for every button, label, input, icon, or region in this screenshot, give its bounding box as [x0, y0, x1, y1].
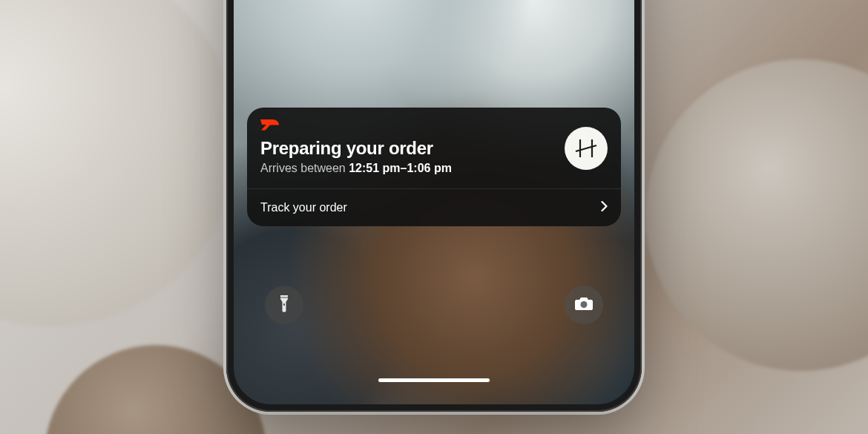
camera-icon — [574, 295, 594, 315]
notification-body: Preparing your order Arrives between 12:… — [247, 108, 621, 188]
background-orb — [645, 59, 868, 371]
doordash-icon — [260, 119, 554, 134]
merchant-avatar — [565, 127, 608, 170]
action-label: Track your order — [260, 201, 347, 214]
track-order-button[interactable]: Track your order — [247, 189, 621, 226]
chevron-right-icon — [601, 201, 608, 214]
live-activity-card[interactable]: Preparing your order Arrives between 12:… — [247, 108, 621, 226]
svg-point-5 — [581, 301, 588, 308]
camera-button[interactable] — [565, 286, 603, 324]
notification-text: Preparing your order Arrives between 12:… — [260, 119, 554, 175]
eta-prefix: Arrives between — [260, 162, 349, 174]
flashlight-button[interactable] — [265, 286, 303, 324]
svg-rect-3 — [283, 303, 285, 306]
phone-frame: Preparing your order Arrives between 12:… — [226, 0, 642, 412]
lock-screen: Preparing your order Arrives between 12:… — [234, 0, 634, 404]
flashlight-icon — [276, 294, 292, 316]
svg-line-2 — [576, 145, 596, 151]
home-indicator[interactable] — [378, 378, 490, 382]
background-orb — [0, 0, 237, 326]
notification-title: Preparing your order — [260, 138, 554, 159]
eta-time: 12:51 pm–1:06 pm — [349, 162, 452, 174]
notification-subtitle: Arrives between 12:51 pm–1:06 pm — [260, 162, 554, 175]
